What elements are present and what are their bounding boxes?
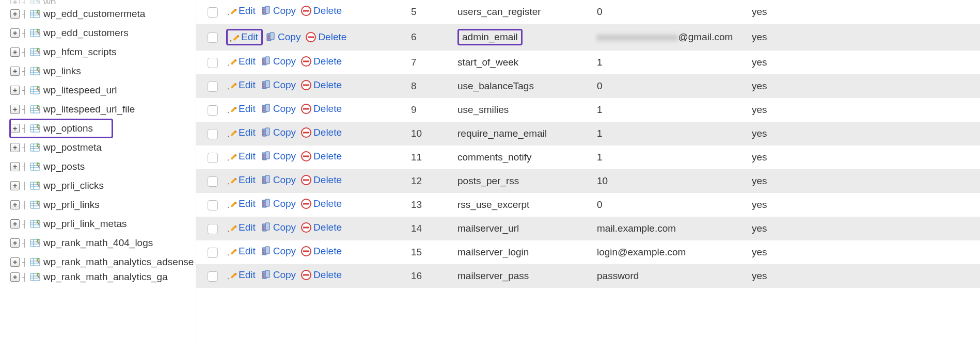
sidebar-item-label: wp_edd_customers bbox=[43, 27, 129, 39]
delete-label: Delete bbox=[313, 198, 342, 209]
copy-label: Copy bbox=[273, 198, 296, 209]
minus-circle-icon bbox=[301, 222, 311, 233]
row-checkbox[interactable] bbox=[208, 58, 218, 68]
tree-line: ┤ bbox=[22, 29, 27, 37]
sidebar-item-wp-edd-customermeta[interactable]: +┤wp_edd_customermeta bbox=[0, 4, 196, 23]
copy-button[interactable]: Copy bbox=[261, 198, 296, 209]
sidebar-item-wp-rank-math-404-logs[interactable]: +┤wp_rank_math_404_logs bbox=[0, 233, 196, 252]
expand-icon[interactable]: + bbox=[10, 143, 20, 152]
edit-button[interactable]: Edit bbox=[226, 79, 256, 91]
edit-button[interactable]: Edit bbox=[226, 127, 256, 138]
expand-icon[interactable]: + bbox=[10, 124, 20, 133]
expand-icon[interactable]: + bbox=[10, 47, 20, 57]
expand-icon[interactable]: + bbox=[10, 257, 20, 267]
copy-button[interactable]: Copy bbox=[261, 151, 296, 162]
expand-icon[interactable]: + bbox=[10, 238, 20, 248]
sidebar-item-wp-posts[interactable]: +┤wp_posts bbox=[0, 157, 196, 176]
expand-icon[interactable]: + bbox=[10, 0, 20, 4]
copy-icon bbox=[265, 32, 276, 42]
sidebar-item-wp-rank-math-analytics-ga[interactable]: +┤wp_rank_math_analytics_ga bbox=[0, 271, 196, 283]
row-checkbox[interactable] bbox=[208, 82, 218, 92]
row-checkbox[interactable] bbox=[208, 176, 218, 187]
delete-button[interactable]: Delete bbox=[301, 198, 342, 209]
option-value: 1 bbox=[594, 98, 749, 122]
edit-button[interactable]: Edit bbox=[226, 174, 256, 186]
minus-circle-icon bbox=[301, 151, 311, 161]
copy-button[interactable]: Copy bbox=[261, 103, 296, 115]
sidebar-item-label: wp_hfcm_scripts bbox=[43, 46, 117, 58]
expand-icon[interactable]: + bbox=[10, 9, 20, 19]
sidebar-item-wp-prli-clicks[interactable]: +┤wp_prli_clicks bbox=[0, 176, 196, 195]
option-name: use_balanceTags bbox=[454, 74, 594, 98]
tree-line: ┤ bbox=[22, 273, 27, 281]
expand-icon[interactable]: + bbox=[10, 200, 20, 209]
edit-button[interactable]: Edit bbox=[226, 269, 256, 281]
option-autoload: yes bbox=[749, 74, 980, 98]
row-checkbox[interactable] bbox=[208, 33, 218, 43]
sidebar-item-wp-rank-math-analytics-adsense[interactable]: +┤wp_rank_math_analytics_adsense bbox=[0, 252, 196, 271]
delete-button[interactable]: Delete bbox=[301, 79, 342, 91]
expand-icon[interactable]: + bbox=[10, 28, 20, 38]
edit-button[interactable]: Edit bbox=[229, 31, 258, 43]
option-autoload: yes bbox=[749, 145, 980, 169]
edit-button[interactable]: Edit bbox=[226, 5, 256, 17]
sidebar-item-wp-litespeed-url[interactable]: +┤wp_litespeed_url bbox=[0, 80, 196, 100]
delete-button[interactable]: Delete bbox=[301, 151, 342, 162]
sidebar-item-wp-postmeta[interactable]: +┤wp_postmeta bbox=[0, 138, 196, 157]
row-checkbox[interactable] bbox=[208, 7, 218, 18]
edit-button[interactable]: Edit bbox=[226, 56, 256, 67]
expand-icon[interactable]: + bbox=[10, 67, 20, 76]
copy-button[interactable]: Copy bbox=[261, 56, 296, 67]
copy-button[interactable]: Copy bbox=[261, 174, 296, 186]
sidebar-item-wp-prli-link-metas[interactable]: +┤wp_prli_link_metas bbox=[0, 214, 196, 233]
row-checkbox[interactable] bbox=[208, 153, 218, 163]
delete-button[interactable]: Delete bbox=[301, 127, 342, 138]
table-icon bbox=[30, 47, 40, 57]
row-checkbox[interactable] bbox=[208, 200, 218, 210]
row-checkbox[interactable] bbox=[208, 224, 218, 234]
edit-button[interactable]: Edit bbox=[226, 151, 256, 162]
copy-button[interactable]: Copy bbox=[261, 222, 296, 233]
copy-button[interactable]: Copy bbox=[265, 31, 301, 43]
row-checkbox[interactable] bbox=[208, 129, 218, 139]
delete-button[interactable]: Delete bbox=[301, 269, 342, 281]
table-icon bbox=[30, 9, 40, 19]
delete-label: Delete bbox=[313, 103, 342, 115]
copy-button[interactable]: Copy bbox=[261, 269, 296, 281]
sidebar-item-wp-prli-links[interactable]: +┤wp_prli_links bbox=[0, 195, 196, 214]
minus-circle-icon bbox=[301, 104, 311, 114]
delete-button[interactable]: Delete bbox=[301, 103, 342, 115]
expand-icon[interactable]: + bbox=[10, 86, 20, 95]
copy-button[interactable]: Copy bbox=[261, 246, 296, 257]
delete-button[interactable]: Delete bbox=[301, 56, 342, 67]
copy-button[interactable]: Copy bbox=[261, 127, 296, 138]
delete-button[interactable]: Delete bbox=[301, 174, 342, 186]
copy-button[interactable]: Copy bbox=[261, 5, 296, 17]
delete-button[interactable]: Delete bbox=[301, 246, 342, 257]
delete-button[interactable]: Delete bbox=[301, 222, 342, 233]
expand-icon[interactable]: + bbox=[10, 105, 20, 114]
sidebar-item-wp-hfcm-scripts[interactable]: +┤wp_hfcm_scripts bbox=[0, 42, 196, 61]
delete-button[interactable]: Delete bbox=[301, 5, 342, 17]
expand-icon[interactable]: + bbox=[10, 219, 20, 229]
edit-button[interactable]: Edit bbox=[226, 222, 256, 233]
sidebar-item-wp-[interactable]: +┤wp_ bbox=[0, 0, 196, 4]
edit-button[interactable]: Edit bbox=[226, 198, 256, 209]
delete-button[interactable]: Delete bbox=[306, 31, 346, 43]
expand-icon[interactable]: + bbox=[10, 181, 20, 190]
copy-button[interactable]: Copy bbox=[261, 79, 296, 91]
sidebar-item-wp-options[interactable]: +┤wp_options bbox=[0, 119, 196, 138]
row-checkbox[interactable] bbox=[208, 271, 218, 282]
copy-icon bbox=[261, 175, 271, 185]
expand-icon[interactable]: + bbox=[10, 162, 20, 171]
edit-button[interactable]: Edit bbox=[226, 246, 256, 257]
sidebar-item-wp-edd-customers[interactable]: +┤wp_edd_customers bbox=[0, 23, 196, 42]
expand-icon[interactable]: + bbox=[10, 272, 20, 282]
row-checkbox[interactable] bbox=[208, 248, 218, 258]
row-checkbox[interactable] bbox=[208, 105, 218, 116]
edit-button[interactable]: Edit bbox=[226, 103, 256, 115]
table-icon bbox=[30, 123, 40, 134]
sidebar-item-wp-litespeed-url-file[interactable]: +┤wp_litespeed_url_file bbox=[0, 100, 196, 119]
pencil-icon bbox=[226, 151, 236, 161]
sidebar-item-wp-links[interactable]: +┤wp_links bbox=[0, 61, 196, 80]
